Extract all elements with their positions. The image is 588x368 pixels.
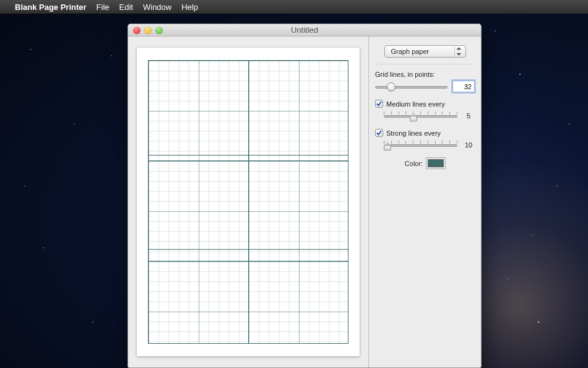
page-preview — [137, 48, 360, 356]
app-menu[interactable]: Blank Page Printer — [15, 2, 87, 12]
graph-paper-grid — [148, 60, 348, 344]
grid-lines-input[interactable] — [452, 81, 475, 92]
grid-lines-slider-knob[interactable] — [387, 82, 396, 91]
mac-menubar: Blank Page Printer File Edit Window Help — [0, 0, 588, 14]
strong-lines-slider[interactable] — [384, 139, 457, 151]
medium-lines-label: Medium lines every — [386, 100, 445, 108]
window-zoom-button[interactable] — [155, 27, 163, 34]
medium-lines-slider[interactable] — [384, 110, 457, 121]
strong-lines-checkbox[interactable] — [375, 129, 383, 137]
page-preview-area — [128, 37, 369, 367]
menu-file[interactable]: File — [97, 2, 110, 12]
grid-lines-label: Grid lines, in points: — [375, 71, 475, 78]
window-titlebar[interactable]: Untitled — [128, 24, 481, 37]
paper-type-popup[interactable]: Graph paper — [384, 45, 466, 58]
window-close-button[interactable] — [133, 27, 141, 34]
strong-lines-label: Strong lines every — [386, 129, 441, 137]
window-minimize-button[interactable] — [144, 27, 152, 34]
color-label: Color: — [405, 160, 423, 167]
medium-lines-checkbox[interactable] — [375, 100, 383, 108]
menu-edit[interactable]: Edit — [119, 2, 133, 12]
controls-panel: Graph paper Grid lines, in points: — [369, 37, 481, 367]
graph-strong-lines — [149, 61, 348, 343]
medium-lines-value: 5 — [462, 112, 475, 120]
strong-lines-value: 10 — [462, 141, 475, 149]
popup-arrows-icon — [454, 46, 463, 56]
menu-window[interactable]: Window — [143, 2, 171, 12]
window-body: Graph paper Grid lines, in points: — [128, 37, 481, 367]
paper-type-value: Graph paper — [391, 48, 430, 55]
menu-help[interactable]: Help — [181, 2, 198, 12]
medium-lines-slider-knob[interactable] — [410, 113, 417, 121]
color-well[interactable] — [426, 158, 445, 169]
document-window: Untitled Graph paper — [128, 24, 482, 368]
strong-lines-slider-knob[interactable] — [384, 142, 391, 151]
window-traffic-lights — [133, 27, 163, 34]
grid-lines-slider[interactable] — [375, 81, 447, 92]
window-title: Untitled — [128, 25, 481, 35]
